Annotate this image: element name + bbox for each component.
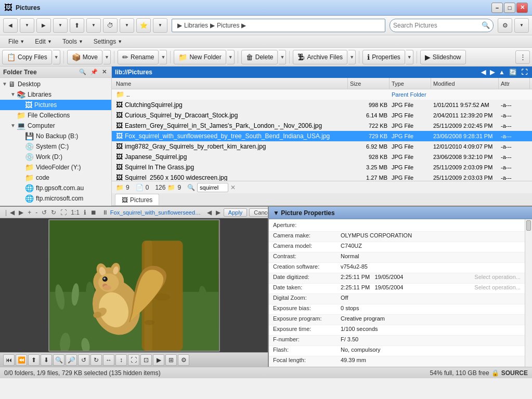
vc-zoom-out-btn[interactable]: 🔎 bbox=[66, 354, 77, 366]
vc-rotate-right-btn[interactable]: ↻ bbox=[90, 354, 102, 366]
move-dropdown[interactable]: ▼ bbox=[103, 50, 111, 64]
vc-actual-size-btn[interactable]: ⊡ bbox=[140, 354, 152, 366]
table-row[interactable]: 🖼 img8782_Gray_Squirrels_by_robert_kim_k… bbox=[112, 141, 532, 152]
table-row[interactable]: 🖼 ClutchingSquirrel.jpg 998 KB JPG File … bbox=[112, 100, 532, 110]
forward-dropdown[interactable]: ▼ bbox=[53, 18, 68, 33]
archive-button[interactable]: 🗜 Archive Files bbox=[293, 50, 347, 64]
tree-item[interactable]: 📁File Collections bbox=[0, 110, 111, 121]
copy-button[interactable]: 📋 Copy Files bbox=[2, 50, 52, 64]
tree-toggle[interactable]: ▼ bbox=[2, 81, 8, 87]
viewer-rotate-left[interactable]: ↺ bbox=[41, 209, 48, 216]
vc-nav-down-btn[interactable]: ⬇ bbox=[41, 354, 52, 366]
toolbar-more[interactable]: ⋮ bbox=[515, 50, 530, 64]
tree-toggle[interactable]: ▼ bbox=[10, 91, 17, 98]
tree-toggle[interactable] bbox=[19, 133, 25, 139]
panel-fullscreen-btn[interactable]: ⛶ bbox=[520, 69, 529, 76]
viewer-fit[interactable]: ⛶ bbox=[59, 209, 68, 216]
tree-toggle[interactable] bbox=[10, 112, 17, 118]
tree-item[interactable]: 💿System (C:) bbox=[0, 141, 111, 152]
properties-dropdown[interactable]: ▼ bbox=[406, 50, 413, 64]
cancel-button[interactable]: Cancel bbox=[249, 208, 268, 217]
table-row[interactable]: 📁 .. Parent Folder bbox=[112, 89, 532, 100]
vc-flip-h-btn[interactable]: ↔ bbox=[103, 354, 114, 366]
tree-toggle[interactable] bbox=[19, 154, 25, 160]
table-row[interactable]: 🖼 Eastern_Grey_Squirrel_in_St_James's_Pa… bbox=[112, 121, 532, 131]
properties-button[interactable]: ℹ Properties bbox=[362, 50, 405, 64]
copy-dropdown[interactable]: ▼ bbox=[53, 50, 60, 64]
delete-button[interactable]: 🗑 Delete bbox=[241, 50, 278, 64]
scroll-thumb[interactable] bbox=[526, 220, 531, 231]
new-folder-button[interactable]: 📁 New Folder bbox=[174, 50, 226, 64]
viewer-pause-btn[interactable]: ⏸ bbox=[102, 209, 108, 216]
rename-dropdown[interactable]: ▼ bbox=[160, 50, 167, 64]
maximize-button[interactable]: □ bbox=[504, 3, 515, 13]
tree-item[interactable]: 📁code bbox=[0, 172, 111, 183]
history-dropdown[interactable]: ▼ bbox=[120, 18, 134, 33]
col-header-name[interactable]: Name bbox=[114, 78, 348, 89]
tree-toggle[interactable] bbox=[19, 175, 25, 181]
properties-scrollbar[interactable] bbox=[525, 219, 532, 367]
viewer-info[interactable]: ℹ bbox=[83, 209, 87, 216]
menu-file[interactable]: File ▼ bbox=[3, 36, 30, 47]
viewer-stop[interactable]: ⏹ bbox=[89, 209, 98, 216]
menu-edit[interactable]: Edit ▼ bbox=[30, 36, 57, 47]
menu-tools[interactable]: Tools ▼ bbox=[57, 36, 88, 47]
table-row[interactable]: 🖼 Fox_squirrel_with_sunflowerseed_by_tre… bbox=[112, 131, 532, 141]
viewer-nav-back[interactable]: ◀ bbox=[9, 209, 16, 216]
viewer-rotate-right[interactable]: ↻ bbox=[50, 209, 57, 216]
panel-back-btn[interactable]: ◀ bbox=[479, 69, 487, 76]
move-button[interactable]: 📦 Move bbox=[67, 50, 102, 64]
tree-item[interactable]: 💾No Backup (B:) bbox=[0, 131, 111, 141]
tree-close-button[interactable]: ✕ bbox=[100, 69, 108, 75]
col-header-type[interactable]: Type bbox=[390, 78, 431, 89]
close-button[interactable]: ✕ bbox=[516, 3, 528, 13]
slideshow-button[interactable]: ▶ Slideshow bbox=[420, 50, 466, 64]
tree-item[interactable]: 🌐ftp.microsoft.com bbox=[0, 193, 111, 204]
address-bar[interactable]: ▶ Libraries ▶ Pictures ▶ bbox=[172, 19, 385, 32]
tree-toggle[interactable] bbox=[19, 102, 25, 108]
col-header-size[interactable]: Size bbox=[348, 78, 390, 89]
bookmark-button[interactable]: ⭐ bbox=[136, 18, 151, 33]
table-row[interactable]: 🖼 Squirrel In The Grass.jpg 3.25 MB JPG … bbox=[112, 162, 532, 172]
vc-flip-v-btn[interactable]: ↕ bbox=[115, 354, 127, 366]
col-header-modified[interactable]: Modified bbox=[431, 78, 499, 89]
filter-input[interactable] bbox=[197, 183, 228, 192]
tree-toggle[interactable] bbox=[19, 143, 25, 150]
tree-item[interactable]: ▼🖥Desktop bbox=[0, 79, 111, 89]
history-button[interactable]: ⏱ bbox=[103, 18, 118, 33]
vc-first-btn[interactable]: ⏮ bbox=[3, 354, 15, 366]
view-options-dropdown[interactable]: ▼ bbox=[514, 18, 529, 33]
tree-item[interactable]: 💿Work (D:) bbox=[0, 152, 111, 162]
prop-operation[interactable]: Select operation... bbox=[474, 274, 521, 280]
tree-item[interactable]: ▼📚Libraries bbox=[0, 89, 111, 100]
tree-item[interactable]: 📁VideoFolder (Y:) bbox=[0, 162, 111, 172]
panel-up-btn[interactable]: ▲ bbox=[497, 69, 507, 76]
tree-item[interactable]: 🖼Pictures bbox=[0, 100, 111, 110]
view-options-button[interactable]: ⚙ bbox=[498, 18, 512, 33]
prop-operation[interactable]: Select operation... bbox=[474, 284, 521, 290]
apply-button[interactable]: Apply bbox=[224, 208, 248, 217]
delete-dropdown[interactable]: ▼ bbox=[279, 50, 286, 64]
vc-grid-btn[interactable]: ⊞ bbox=[165, 354, 177, 366]
rename-button[interactable]: ✏ Rename bbox=[118, 50, 159, 64]
col-header-attr[interactable]: Attr bbox=[499, 78, 530, 89]
new-folder-dropdown[interactable]: ▼ bbox=[227, 50, 235, 64]
vc-rotate-left-btn[interactable]: ↺ bbox=[78, 354, 89, 366]
bookmark-dropdown[interactable]: ▼ bbox=[153, 18, 167, 33]
back-dropdown[interactable]: ▼ bbox=[20, 18, 34, 33]
search-input[interactable] bbox=[393, 22, 482, 29]
table-row[interactable]: 🖼 Squirrel_2560 x 1600 widescreen.jpg 1.… bbox=[112, 172, 532, 181]
search-box[interactable]: 🔍 bbox=[390, 19, 494, 32]
up-button[interactable]: ⬆ bbox=[70, 18, 84, 33]
tree-search-button[interactable]: 🔍 bbox=[77, 69, 88, 75]
vc-nav-up-btn[interactable]: ⬆ bbox=[28, 354, 40, 366]
viewer-nav-fwd[interactable]: ▶ bbox=[18, 209, 24, 216]
forward-button[interactable]: ▶ bbox=[36, 18, 51, 33]
vc-slideshow-btn[interactable]: ▶ bbox=[153, 354, 164, 366]
tree-toggle[interactable] bbox=[19, 164, 25, 170]
table-row[interactable]: 🖼 Japanese_Squirrel.jpg 928 KB JPG File … bbox=[112, 152, 532, 162]
table-row[interactable]: 🖼 Curious_Squirrel_by_Dracoart_Stock.jpg… bbox=[112, 110, 532, 121]
archive-dropdown[interactable]: ▼ bbox=[348, 50, 356, 64]
tree-lock-button[interactable]: 📌 bbox=[89, 69, 99, 75]
panel-refresh-btn[interactable]: 🔄 bbox=[508, 69, 518, 76]
